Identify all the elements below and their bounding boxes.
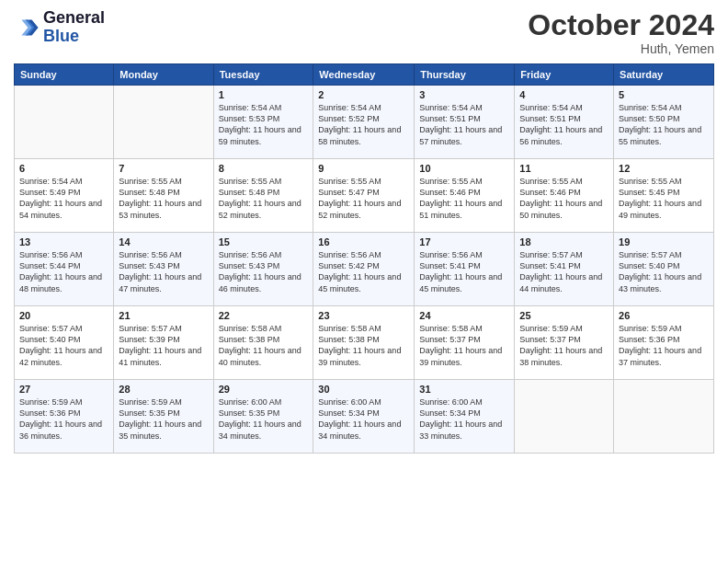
logo-icon bbox=[14, 15, 40, 40]
calendar-cell: 13Sunrise: 5:56 AM Sunset: 5:44 PM Dayli… bbox=[15, 233, 114, 306]
calendar-week-row-0: 1Sunrise: 5:54 AM Sunset: 5:53 PM Daylig… bbox=[15, 86, 714, 159]
calendar-cell: 18Sunrise: 5:57 AM Sunset: 5:41 PM Dayli… bbox=[515, 233, 614, 306]
day-number: 7 bbox=[119, 163, 208, 174]
col-sunday: Sunday bbox=[15, 64, 114, 86]
calendar-cell: 24Sunrise: 5:58 AM Sunset: 5:37 PM Dayli… bbox=[415, 306, 515, 380]
day-number: 16 bbox=[318, 236, 409, 247]
day-number: 21 bbox=[119, 310, 208, 321]
day-info: Sunrise: 5:55 AM Sunset: 5:47 PM Dayligh… bbox=[318, 176, 409, 221]
day-info: Sunrise: 5:58 AM Sunset: 5:37 PM Dayligh… bbox=[419, 323, 509, 368]
calendar-cell: 11Sunrise: 5:55 AM Sunset: 5:46 PM Dayli… bbox=[515, 159, 614, 233]
day-info: Sunrise: 5:55 AM Sunset: 5:48 PM Dayligh… bbox=[119, 176, 208, 221]
col-monday: Monday bbox=[114, 64, 213, 86]
header: General Blue October 2024 Huth, Yemen bbox=[14, 9, 714, 56]
day-number: 15 bbox=[219, 236, 309, 247]
day-info: Sunrise: 5:56 AM Sunset: 5:41 PM Dayligh… bbox=[419, 249, 509, 294]
calendar-cell bbox=[614, 380, 714, 454]
day-info: Sunrise: 5:55 AM Sunset: 5:46 PM Dayligh… bbox=[419, 176, 509, 221]
calendar-cell: 29Sunrise: 6:00 AM Sunset: 5:35 PM Dayli… bbox=[213, 380, 313, 454]
day-number: 25 bbox=[519, 310, 609, 321]
logo: General Blue bbox=[14, 9, 105, 46]
calendar-cell: 2Sunrise: 5:54 AM Sunset: 5:52 PM Daylig… bbox=[313, 86, 415, 159]
day-info: Sunrise: 6:00 AM Sunset: 5:35 PM Dayligh… bbox=[219, 396, 309, 442]
day-number: 6 bbox=[19, 163, 108, 174]
day-info: Sunrise: 5:56 AM Sunset: 5:43 PM Dayligh… bbox=[119, 249, 208, 294]
day-number: 22 bbox=[219, 310, 309, 321]
calendar-cell: 25Sunrise: 5:59 AM Sunset: 5:37 PM Dayli… bbox=[515, 306, 614, 380]
calendar-cell: 16Sunrise: 5:56 AM Sunset: 5:42 PM Dayli… bbox=[313, 233, 415, 306]
logo-general: General bbox=[43, 8, 105, 27]
day-info: Sunrise: 6:00 AM Sunset: 5:34 PM Dayligh… bbox=[318, 396, 409, 442]
day-number: 27 bbox=[19, 384, 108, 395]
day-info: Sunrise: 5:56 AM Sunset: 5:42 PM Dayligh… bbox=[318, 249, 409, 294]
calendar-cell: 28Sunrise: 5:59 AM Sunset: 5:35 PM Dayli… bbox=[114, 380, 213, 454]
calendar-cell: 10Sunrise: 5:55 AM Sunset: 5:46 PM Dayli… bbox=[415, 159, 515, 233]
title-block: October 2024 Huth, Yemen bbox=[528, 9, 714, 56]
day-info: Sunrise: 5:54 AM Sunset: 5:49 PM Dayligh… bbox=[19, 176, 108, 221]
day-info: Sunrise: 5:59 AM Sunset: 5:35 PM Dayligh… bbox=[119, 396, 208, 442]
day-info: Sunrise: 5:58 AM Sunset: 5:38 PM Dayligh… bbox=[318, 323, 409, 368]
col-friday: Friday bbox=[515, 64, 614, 86]
day-info: Sunrise: 5:55 AM Sunset: 5:46 PM Dayligh… bbox=[519, 176, 609, 221]
day-info: Sunrise: 5:55 AM Sunset: 5:48 PM Dayligh… bbox=[219, 176, 309, 221]
day-info: Sunrise: 5:59 AM Sunset: 5:36 PM Dayligh… bbox=[19, 396, 108, 442]
calendar-cell: 23Sunrise: 5:58 AM Sunset: 5:38 PM Dayli… bbox=[313, 306, 415, 380]
calendar-table: Sunday Monday Tuesday Wednesday Thursday… bbox=[14, 63, 714, 454]
day-info: Sunrise: 5:54 AM Sunset: 5:52 PM Dayligh… bbox=[318, 102, 409, 147]
calendar-cell: 27Sunrise: 5:59 AM Sunset: 5:36 PM Dayli… bbox=[15, 380, 114, 454]
calendar-cell: 30Sunrise: 6:00 AM Sunset: 5:34 PM Dayli… bbox=[313, 380, 415, 454]
calendar-cell: 31Sunrise: 6:00 AM Sunset: 5:34 PM Dayli… bbox=[415, 380, 515, 454]
calendar-week-row-3: 20Sunrise: 5:57 AM Sunset: 5:40 PM Dayli… bbox=[15, 306, 714, 380]
calendar-cell: 8Sunrise: 5:55 AM Sunset: 5:48 PM Daylig… bbox=[213, 159, 313, 233]
day-number: 18 bbox=[519, 236, 609, 247]
day-number: 8 bbox=[219, 163, 309, 174]
day-info: Sunrise: 6:00 AM Sunset: 5:34 PM Dayligh… bbox=[419, 396, 509, 442]
day-info: Sunrise: 5:54 AM Sunset: 5:53 PM Dayligh… bbox=[219, 102, 309, 147]
day-number: 14 bbox=[119, 236, 208, 247]
location-subtitle: Huth, Yemen bbox=[528, 41, 714, 56]
calendar-week-row-2: 13Sunrise: 5:56 AM Sunset: 5:44 PM Dayli… bbox=[15, 233, 714, 306]
day-number: 20 bbox=[19, 310, 108, 321]
day-number: 30 bbox=[318, 384, 409, 395]
day-number: 5 bbox=[619, 89, 709, 100]
calendar-cell: 12Sunrise: 5:55 AM Sunset: 5:45 PM Dayli… bbox=[614, 159, 714, 233]
calendar-cell: 6Sunrise: 5:54 AM Sunset: 5:49 PM Daylig… bbox=[15, 159, 114, 233]
col-thursday: Thursday bbox=[415, 64, 515, 86]
calendar-cell: 7Sunrise: 5:55 AM Sunset: 5:48 PM Daylig… bbox=[114, 159, 213, 233]
day-number: 3 bbox=[419, 89, 509, 100]
day-info: Sunrise: 5:59 AM Sunset: 5:36 PM Dayligh… bbox=[619, 323, 709, 368]
col-tuesday: Tuesday bbox=[213, 64, 313, 86]
calendar-cell: 21Sunrise: 5:57 AM Sunset: 5:39 PM Dayli… bbox=[114, 306, 213, 380]
calendar-cell: 26Sunrise: 5:59 AM Sunset: 5:36 PM Dayli… bbox=[614, 306, 714, 380]
day-info: Sunrise: 5:57 AM Sunset: 5:40 PM Dayligh… bbox=[19, 323, 108, 368]
day-number: 29 bbox=[219, 384, 309, 395]
logo-text-general: General bbox=[43, 9, 105, 28]
day-info: Sunrise: 5:54 AM Sunset: 5:50 PM Dayligh… bbox=[619, 102, 709, 147]
col-wednesday: Wednesday bbox=[313, 64, 415, 86]
day-info: Sunrise: 5:59 AM Sunset: 5:37 PM Dayligh… bbox=[519, 323, 609, 368]
day-number: 9 bbox=[318, 163, 409, 174]
calendar-cell: 19Sunrise: 5:57 AM Sunset: 5:40 PM Dayli… bbox=[614, 233, 714, 306]
calendar-cell: 1Sunrise: 5:54 AM Sunset: 5:53 PM Daylig… bbox=[213, 86, 313, 159]
day-info: Sunrise: 5:57 AM Sunset: 5:40 PM Dayligh… bbox=[619, 249, 709, 294]
day-info: Sunrise: 5:54 AM Sunset: 5:51 PM Dayligh… bbox=[419, 102, 509, 147]
calendar-cell: 15Sunrise: 5:56 AM Sunset: 5:43 PM Dayli… bbox=[213, 233, 313, 306]
day-info: Sunrise: 5:54 AM Sunset: 5:51 PM Dayligh… bbox=[519, 102, 609, 147]
day-info: Sunrise: 5:57 AM Sunset: 5:39 PM Dayligh… bbox=[119, 323, 208, 368]
calendar-cell: 3Sunrise: 5:54 AM Sunset: 5:51 PM Daylig… bbox=[415, 86, 515, 159]
day-number: 13 bbox=[19, 236, 108, 247]
page: General Blue October 2024 Huth, Yemen Su… bbox=[0, 0, 728, 463]
calendar-cell: 4Sunrise: 5:54 AM Sunset: 5:51 PM Daylig… bbox=[515, 86, 614, 159]
day-number: 11 bbox=[519, 163, 609, 174]
day-number: 4 bbox=[519, 89, 609, 100]
calendar-cell bbox=[515, 380, 614, 454]
day-info: Sunrise: 5:56 AM Sunset: 5:44 PM Dayligh… bbox=[19, 249, 108, 294]
logo-text-blue: Blue bbox=[43, 28, 105, 46]
month-title: October 2024 bbox=[528, 9, 714, 41]
calendar-week-row-4: 27Sunrise: 5:59 AM Sunset: 5:36 PM Dayli… bbox=[15, 380, 714, 454]
calendar-cell: 17Sunrise: 5:56 AM Sunset: 5:41 PM Dayli… bbox=[415, 233, 515, 306]
day-number: 26 bbox=[619, 310, 709, 321]
calendar-cell: 20Sunrise: 5:57 AM Sunset: 5:40 PM Dayli… bbox=[15, 306, 114, 380]
day-info: Sunrise: 5:56 AM Sunset: 5:43 PM Dayligh… bbox=[219, 249, 309, 294]
day-number: 2 bbox=[318, 89, 409, 100]
